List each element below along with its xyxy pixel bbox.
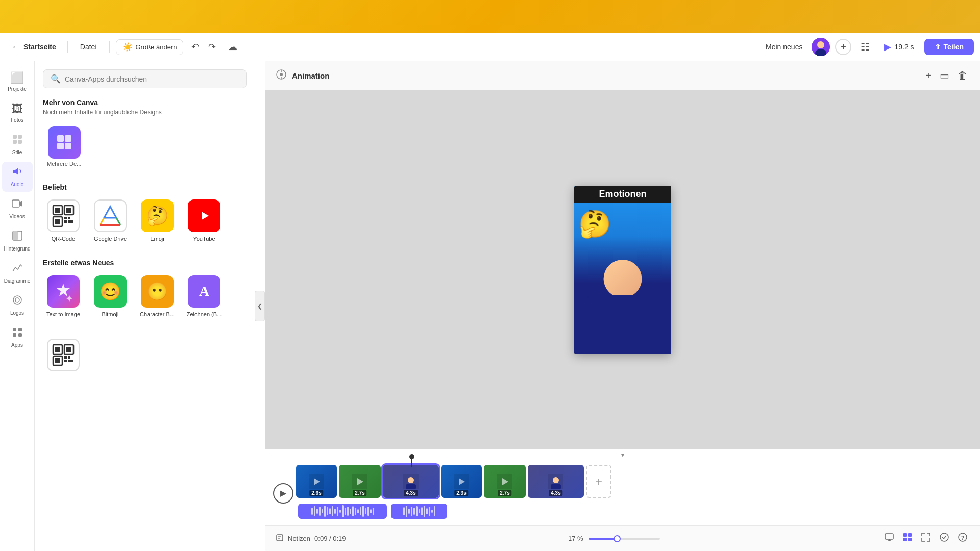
app-zeichnen-b[interactable]: A Zeichnen (B... (184, 271, 225, 322)
clip-duration-4: 2.3s (454, 490, 468, 496)
timeline-play-button[interactable]: ▶ (273, 483, 293, 504)
sidebar-item-apps[interactable]: Apps (2, 322, 33, 353)
canvas-header-actions: + ▭ 🗑 (923, 67, 970, 84)
redo-button[interactable]: ↷ (204, 38, 220, 56)
zeichnen-label: Zeichnen (B... (187, 311, 222, 318)
person-head (604, 260, 642, 298)
home-button[interactable]: ← Startseite (6, 39, 61, 56)
svg-point-77 (940, 533, 948, 541)
waveform-2[interactable] (391, 504, 447, 519)
gdrive-icon (94, 199, 127, 232)
wave-bar (314, 506, 315, 516)
help-button[interactable]: ? (955, 530, 970, 547)
app-qr-code[interactable]: QR-Code (43, 195, 84, 246)
play-preview-button[interactable]: ▶ 19.2 s (879, 38, 919, 56)
app-emoji[interactable]: 🤔 Emoji (137, 195, 178, 246)
svg-rect-4 (18, 135, 22, 139)
wave-bar (362, 506, 364, 517)
app-bitmoji[interactable]: 😊 Bitmoji (90, 271, 131, 322)
svg-rect-67 (277, 535, 283, 541)
timeline-content: ▶ 2.6s (265, 461, 980, 525)
clip-6[interactable]: 4.3s (528, 465, 584, 498)
sidebar-item-audio[interactable]: Audio (2, 162, 33, 192)
wave-bar (360, 507, 361, 515)
canvas-title-area: Animation (276, 69, 329, 83)
wave-bar (419, 509, 420, 513)
duplicate-canvas-button[interactable]: ▭ (938, 67, 951, 84)
check-button[interactable] (937, 530, 951, 547)
animation-label: Animation (292, 71, 329, 80)
svg-marker-8 (19, 201, 22, 207)
svg-rect-75 (903, 538, 907, 541)
add-canvas-button[interactable]: + (923, 67, 934, 84)
video-title-text: Emotionen (599, 189, 647, 199)
panel-search: 🔍 (35, 61, 255, 92)
collapse-panel-button[interactable]: ❮ (255, 291, 265, 321)
svg-rect-29 (64, 220, 67, 223)
monitor-view-button[interactable] (882, 530, 896, 547)
wave-bar (345, 508, 346, 515)
share-button[interactable]: ⇧ Teilen (924, 39, 974, 55)
expand-button[interactable] (919, 530, 933, 547)
clip-4[interactable]: 2.3s (441, 465, 482, 498)
zoom-level: 17 % (568, 535, 583, 542)
svg-rect-14 (18, 328, 22, 331)
svg-point-11 (13, 296, 21, 304)
sidebar-item-videos[interactable]: Videos (2, 194, 33, 224)
clip-5[interactable]: 2.7s (484, 465, 526, 498)
app-character-b[interactable]: 😶 Character B... (137, 271, 178, 322)
add-user-button[interactable]: + (835, 39, 851, 55)
stats-button[interactable]: ☷ (856, 38, 874, 56)
grid-view-button[interactable] (900, 530, 915, 547)
delete-canvas-button[interactable]: 🗑 (955, 67, 970, 84)
app-google-drive[interactable]: Google Drive (90, 195, 131, 246)
sidebar-item-stile[interactable]: Stile (2, 130, 33, 160)
size-change-button[interactable]: ☀️ Größe ändern (116, 39, 184, 55)
mehrere-de-label: Mehrere De... (47, 161, 81, 167)
sidebar-item-fotos[interactable]: 🖼 Fotos (2, 98, 33, 128)
file-button[interactable]: Datei (74, 40, 103, 54)
search-input[interactable] (65, 75, 239, 83)
sidebar-label-hintergrund: Hintergrund (4, 246, 30, 252)
sidebar-item-logos[interactable]: Logos (2, 290, 33, 320)
add-clip-button[interactable]: + (586, 465, 611, 498)
app-text-to-image[interactable]: Text to Image (43, 271, 84, 322)
charb-label: Character B... (140, 311, 175, 318)
beliebt-grid: QR-Code Google Drive 🤔 (43, 195, 247, 246)
clip-1[interactable]: 2.6s (296, 465, 337, 498)
play-icon: ▶ (884, 41, 891, 53)
undo-button[interactable]: ↶ (187, 38, 203, 56)
svg-text:?: ? (961, 535, 964, 541)
waveform-1[interactable] (298, 504, 387, 519)
cloud-save-button[interactable]: ☁ (224, 38, 241, 56)
clip-3[interactable]: 4.3s (383, 465, 439, 498)
svg-rect-5 (13, 140, 17, 144)
sidebar-label-projekte: Projekte (8, 86, 27, 92)
sidebar-item-projekte[interactable]: ⬜ Projekte (2, 67, 33, 96)
sidebar-item-hintergrund[interactable]: Hintergrund (2, 226, 33, 256)
app-qr-bottom[interactable] (43, 335, 84, 375)
wave-bar (337, 507, 338, 516)
sidebar-item-diagramme[interactable]: Diagramme (2, 258, 33, 288)
zoom-slider[interactable] (589, 538, 660, 540)
clip-duration-5: 2.7s (498, 490, 511, 496)
videos-icon (12, 198, 23, 212)
notes-button[interactable]: Notizen 0:09 / 0:19 (276, 534, 346, 543)
app-youtube[interactable]: YouTube (184, 195, 225, 246)
qr-icon (47, 199, 80, 232)
mehrere-de-item[interactable]: Mehrere De... (43, 122, 85, 171)
wave-bar (434, 506, 435, 516)
svg-line-33 (116, 218, 120, 225)
top-banner (0, 0, 980, 33)
sidebar-label-diagramme: Diagramme (4, 278, 31, 284)
fotos-icon: 🖼 (12, 103, 23, 116)
audio-row (296, 501, 975, 521)
clip-2[interactable]: 2.7s (339, 465, 381, 498)
footer-actions: ? (882, 530, 970, 547)
zoom-thumb (614, 535, 621, 542)
wave-bar (357, 509, 359, 513)
notes-icon (276, 534, 284, 543)
sidebar-label-videos: Videos (9, 214, 24, 220)
wave-bar (429, 507, 430, 516)
youtube-icon (188, 199, 220, 232)
